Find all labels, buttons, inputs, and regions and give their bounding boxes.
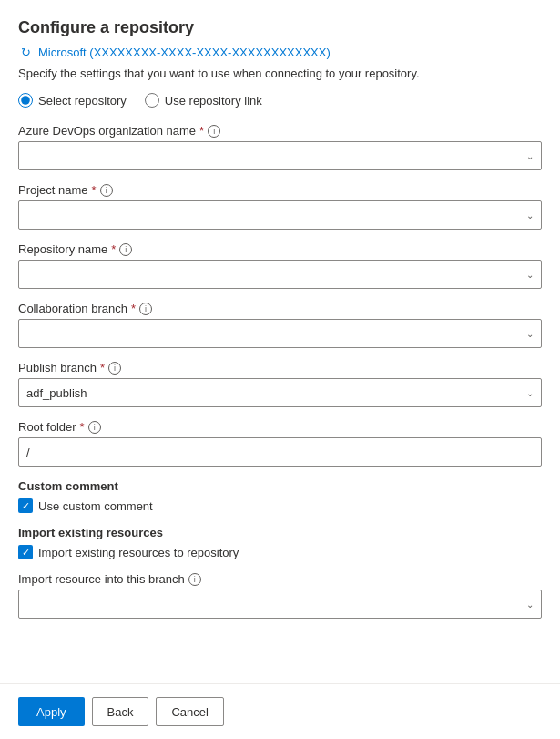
account-row: ↻ Microsoft (XXXXXXXX-XXXX-XXXX-XXXXXXXX…: [18, 45, 542, 59]
collaboration-chevron-icon: ⌄: [526, 329, 534, 339]
import-resources-checkbox-row: ✓ Import existing resources to repositor…: [18, 545, 542, 559]
subtitle: Specify the settings that you want to us…: [18, 67, 542, 80]
azure-devops-label: Azure DevOps organization name * i: [18, 124, 542, 138]
repository-field-group: Repository name * i ⌄: [18, 242, 542, 289]
publish-value: adf_publish: [26, 386, 523, 400]
cancel-button[interactable]: Cancel: [156, 697, 223, 726]
import-branch-label: Import resource into this branch i: [18, 572, 542, 586]
publish-field-group: Publish branch * i adf_publish ⌄: [18, 361, 542, 407]
repository-info-icon[interactable]: i: [119, 243, 132, 256]
project-info-icon[interactable]: i: [100, 184, 113, 197]
custom-comment-checkbox[interactable]: ✓: [18, 498, 33, 513]
refresh-icon[interactable]: ↻: [18, 45, 33, 59]
footer: Apply Back Cancel: [0, 684, 560, 739]
collaboration-dropdown[interactable]: ⌄: [18, 319, 542, 348]
import-resources-section-label: Import existing resources: [18, 526, 542, 539]
azure-devops-field-group: Azure DevOps organization name * i ⌄: [18, 124, 542, 170]
root-input[interactable]: [18, 437, 542, 467]
radio-select-input[interactable]: [18, 93, 33, 108]
radio-select-label: Select repository: [38, 94, 127, 108]
import-branch-chevron-icon: ⌄: [526, 600, 534, 610]
radio-link-label: Use repository link: [165, 94, 262, 108]
root-label: Root folder * i: [18, 420, 542, 434]
required-star: *: [80, 420, 85, 434]
required-star: *: [111, 242, 116, 256]
import-branch-dropdown[interactable]: ⌄: [18, 590, 542, 619]
back-button[interactable]: Back: [92, 697, 149, 726]
root-info-icon[interactable]: i: [88, 421, 101, 434]
radio-link-input[interactable]: [145, 93, 159, 108]
publish-label: Publish branch * i: [18, 361, 542, 375]
apply-button[interactable]: Apply: [18, 697, 85, 726]
required-star: *: [131, 302, 136, 315]
account-name: Microsoft (XXXXXXXX-XXXX-XXXX-XXXXXXXXXX…: [38, 46, 331, 59]
repository-label: Repository name * i: [18, 242, 542, 256]
publish-info-icon[interactable]: i: [108, 362, 121, 375]
custom-comment-group: Custom comment ✓ Use custom comment: [18, 479, 542, 513]
publish-dropdown[interactable]: adf_publish ⌄: [18, 378, 542, 407]
required-star: *: [92, 183, 97, 197]
azure-devops-chevron-icon: ⌄: [526, 151, 534, 161]
custom-comment-checkbox-label: Use custom comment: [38, 499, 153, 513]
radio-use-link[interactable]: Use repository link: [145, 93, 262, 108]
import-branch-info-icon[interactable]: i: [188, 573, 201, 586]
project-label: Project name * i: [18, 183, 542, 197]
page-container: Configure a repository ↻ Microsoft (XXXX…: [0, 0, 560, 739]
repository-dropdown[interactable]: ⌄: [18, 260, 542, 289]
repository-chevron-icon: ⌄: [526, 270, 534, 280]
main-content: Configure a repository ↻ Microsoft (XXXX…: [0, 0, 560, 683]
project-chevron-icon: ⌄: [526, 210, 534, 221]
import-resources-checkbox[interactable]: ✓: [18, 545, 33, 559]
custom-comment-section-label: Custom comment: [18, 479, 542, 493]
custom-comment-checkbox-row: ✓ Use custom comment: [18, 498, 542, 513]
import-branch-field-group: Import resource into this branch i ⌄: [18, 572, 542, 619]
collaboration-field-group: Collaboration branch * i ⌄: [18, 302, 542, 348]
checkbox-check-icon2: ✓: [22, 548, 30, 558]
page-title: Configure a repository: [18, 18, 542, 37]
collaboration-info-icon[interactable]: i: [139, 303, 152, 315]
import-resources-group: Import existing resources ✓ Import exist…: [18, 526, 542, 559]
required-star: *: [100, 361, 105, 375]
azure-devops-info-icon[interactable]: i: [208, 125, 220, 138]
root-field-group: Root folder * i: [18, 420, 542, 467]
import-resources-checkbox-label: Import existing resources to repository: [38, 546, 239, 559]
collaboration-label: Collaboration branch * i: [18, 302, 542, 315]
required-star: *: [199, 124, 204, 138]
azure-devops-dropdown[interactable]: ⌄: [18, 141, 542, 170]
publish-chevron-icon: ⌄: [526, 388, 534, 398]
radio-group: Select repository Use repository link: [18, 93, 542, 108]
checkbox-check-icon: ✓: [22, 501, 30, 511]
project-dropdown[interactable]: ⌄: [18, 200, 542, 230]
project-field-group: Project name * i ⌄: [18, 183, 542, 230]
radio-select-repository[interactable]: Select repository: [18, 93, 127, 108]
